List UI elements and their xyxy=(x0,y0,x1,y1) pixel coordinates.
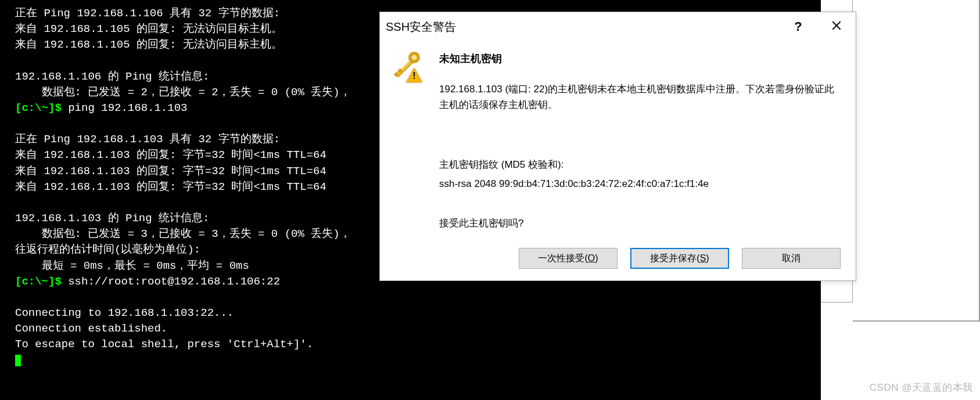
background-panel-2 xyxy=(853,0,980,322)
watermark-text: CSDN @天蓝蓝的本我 xyxy=(870,381,973,394)
terminal-line xyxy=(15,290,806,305)
fingerprint-value: ssh-rsa 2048 99:9d:b4:71:3d:0c:b3:24:72:… xyxy=(439,176,837,192)
dialog-question: 接受此主机密钥吗? xyxy=(439,215,837,231)
dialog-titlebar: SSH安全警告 ? xyxy=(380,12,856,42)
terminal-line: Connection established. xyxy=(15,321,806,337)
dialog-icon-column xyxy=(389,51,426,233)
dialog-text-column: 未知主机密钥 192.168.1.103 (端口: 22)的主机密钥未在本地主机… xyxy=(439,51,837,233)
dialog-footer: 一次性接受(O) 接受并保存(S) 取消 xyxy=(380,242,856,280)
terminal-cursor-line xyxy=(15,352,806,368)
close-icon xyxy=(831,19,842,34)
cancel-button[interactable]: 取消 xyxy=(742,248,841,269)
stray-char: Ā xyxy=(2,55,13,66)
close-button[interactable] xyxy=(823,17,850,37)
dialog-message: 192.168.1.103 (端口: 22)的主机密钥未在本地主机密钥数据库中注… xyxy=(439,81,837,113)
fingerprint-label: 主机密钥指纹 (MD5 校验和): xyxy=(439,157,837,172)
accept-save-button[interactable]: 接受并保存(S) xyxy=(630,248,729,269)
ssh-warning-dialog: SSH安全警告 ? 未知主机密钥 192.168.1.103 (端口: 22)的… xyxy=(379,12,856,281)
dialog-title-text: SSH安全警告 xyxy=(386,19,785,35)
terminal-line: To escape to local shell, press 'Ctrl+Al… xyxy=(15,337,806,352)
terminal-cursor xyxy=(15,355,21,366)
accept-once-button[interactable]: 一次性接受(O) xyxy=(519,248,618,269)
help-button[interactable]: ? xyxy=(785,17,812,37)
dialog-heading: 未知主机密钥 xyxy=(439,51,837,67)
terminal-line: Connecting to 192.168.1.103:22... xyxy=(15,305,806,321)
key-warning-icon xyxy=(391,51,425,84)
dialog-body: 未知主机密钥 192.168.1.103 (端口: 22)的主机密钥未在本地主机… xyxy=(380,42,856,242)
